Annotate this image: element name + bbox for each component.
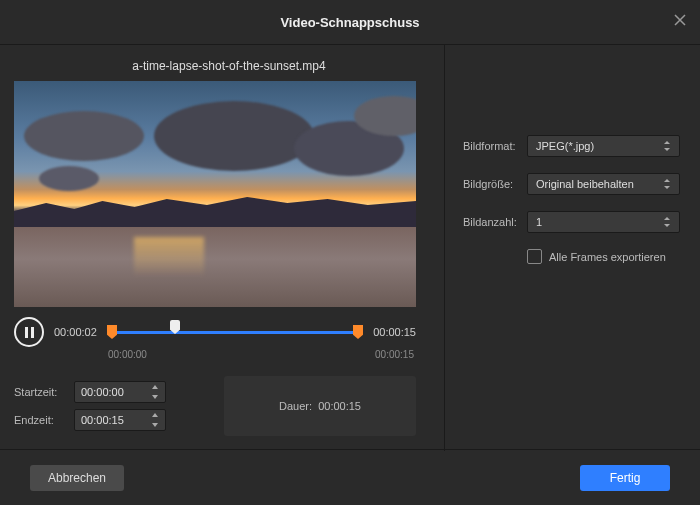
format-value: JPEG(*.jpg): [536, 140, 594, 152]
format-select[interactable]: JPEG(*.jpg): [527, 135, 680, 157]
start-time-stepper[interactable]: 00:00:00: [74, 381, 166, 403]
ok-button[interactable]: Fertig: [580, 465, 670, 491]
export-all-label: Alle Frames exportieren: [549, 251, 666, 263]
timeline-slider[interactable]: [112, 322, 358, 342]
size-select[interactable]: Original beibehalten: [527, 173, 680, 195]
range-handle-end[interactable]: [353, 325, 363, 339]
export-all-checkbox[interactable]: [527, 249, 542, 264]
close-icon: [672, 12, 688, 28]
format-label: Bildformat:: [463, 140, 527, 152]
video-preview[interactable]: [14, 81, 416, 307]
end-time-label: Endzeit:: [14, 414, 74, 426]
play-pause-button[interactable]: [14, 317, 44, 347]
stepper-arrows-icon: [151, 385, 159, 399]
range-handle-start[interactable]: [107, 325, 117, 339]
start-time-label: Startzeit:: [14, 386, 74, 398]
tick-start: 00:00:00: [108, 349, 147, 360]
duration-value: 00:00:15: [318, 400, 361, 412]
tick-end: 00:00:15: [375, 349, 414, 360]
pause-icon: [25, 327, 34, 338]
dialog-footer: Abbrechen Fertig: [0, 449, 700, 505]
duration-label: Dauer:: [279, 400, 312, 412]
start-time-value: 00:00:00: [81, 386, 124, 398]
count-value: 1: [536, 216, 542, 228]
duration-box: Dauer: 00:00:15: [224, 376, 416, 436]
left-panel: a-time-lapse-shot-of-the-sunset.mp4 00:0…: [0, 45, 445, 451]
size-value: Original beibehalten: [536, 178, 634, 190]
stepper-arrows-icon: [663, 217, 671, 227]
count-label: Bildanzahl:: [463, 216, 527, 228]
chevron-updown-icon: [663, 179, 671, 189]
title-bar: Video-Schnappschuss: [0, 0, 700, 45]
end-time-stepper[interactable]: 00:00:15: [74, 409, 166, 431]
filename-label: a-time-lapse-shot-of-the-sunset.mp4: [14, 59, 444, 73]
duration-time: 00:00:15: [368, 326, 416, 338]
count-stepper[interactable]: 1: [527, 211, 680, 233]
right-panel: Bildformat: JPEG(*.jpg) Bildgröße: Origi…: [445, 45, 700, 451]
stepper-arrows-icon: [151, 413, 159, 427]
close-button[interactable]: [672, 12, 688, 28]
chevron-updown-icon: [663, 141, 671, 151]
end-time-value: 00:00:15: [81, 414, 124, 426]
snapshot-dialog: Video-Schnappschuss a-time-lapse-shot-of…: [0, 0, 700, 505]
dialog-title: Video-Schnappschuss: [280, 15, 419, 30]
size-label: Bildgröße:: [463, 178, 527, 190]
cancel-button[interactable]: Abbrechen: [30, 465, 124, 491]
current-time: 00:00:02: [54, 326, 102, 338]
